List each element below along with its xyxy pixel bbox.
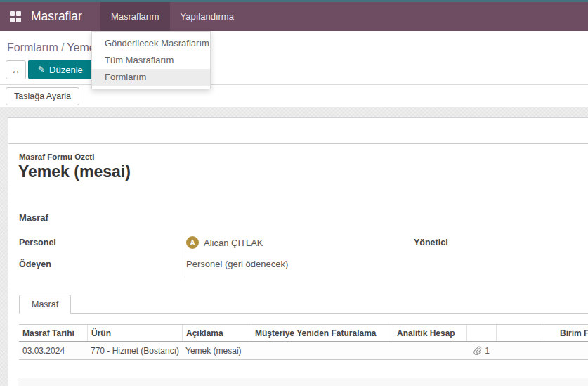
breadcrumb-link-formlarim[interactable]: Formlarım (7, 41, 58, 53)
expand-toggle-button[interactable]: ↔ (6, 60, 26, 79)
masraflarim-dropdown-menu: Gönderilecek Masraflarım Tüm Masraflarım… (91, 31, 211, 89)
pencil-icon: ✎ (38, 65, 45, 75)
form-statusbar (8, 118, 588, 144)
menu-item-formlarim[interactable]: Formlarım (92, 69, 210, 86)
form-card: Masraf Formu Özeti Yemek (mesai) Masraf … (8, 117, 588, 386)
cell-birim-fiyat (544, 342, 588, 359)
field-column-divider (185, 232, 185, 278)
apps-grid-icon (10, 11, 21, 22)
edit-button[interactable]: ✎ Düzenle (28, 60, 93, 79)
apps-menu-button[interactable] (0, 2, 31, 31)
expense-lines-table: Masraf Tarihi Ürün Açıklama Müşteriye Ye… (19, 324, 588, 360)
navbar-menu: Masraflarım Yapılandırma (100, 2, 244, 31)
cell-analitik (393, 342, 466, 359)
field-label-yonetici: Yönetici (414, 238, 448, 247)
col-header-musteriye-yeniden-faturalama[interactable]: Müşteriye Yeniden Faturalama (251, 325, 393, 341)
col-header-masraf-tarihi[interactable]: Masraf Tarihi (19, 325, 87, 341)
menu-item-gonderilecek-masraflarim[interactable]: Gönderilecek Masraflarım (92, 35, 210, 52)
form-subtitle: Masraf Formu Özeti (19, 153, 94, 161)
top-navbar: Masraflar Masraflarım Yapılandırma (0, 2, 588, 31)
group-label-masraf: Masraf (19, 212, 48, 223)
paperclip-icon (473, 346, 482, 355)
col-header-empty-2 (496, 325, 544, 341)
field-value-odeyen: Personel (geri ödenecek) (186, 259, 288, 269)
table-header-row: Masraf Tarihi Ürün Açıklama Müşteriye Ye… (19, 324, 588, 342)
cell-attachments[interactable]: 1 (466, 342, 496, 359)
personel-name: Alican ÇITLAK (204, 238, 263, 248)
tab-masraf[interactable]: Masraf (19, 295, 71, 314)
col-header-empty-1 (466, 325, 496, 341)
nav-item-yapilandirma[interactable]: Yapılandırma (170, 2, 244, 31)
field-label-personel: Personel (19, 238, 56, 247)
left-right-arrow-icon: ↔ (11, 65, 21, 76)
menu-item-tum-masraflarim[interactable]: Tüm Masraflarım (92, 52, 210, 69)
col-header-birim-fiyat[interactable]: Birim Fiyat (544, 325, 588, 341)
notebook-divider (19, 313, 588, 314)
field-label-odeyen: Ödeyen (19, 259, 51, 269)
cell-urun: 770 - Hizmet (Bostancı) (87, 342, 182, 359)
form-title: Yemek (mesai) (18, 162, 131, 181)
breadcrumb-separator: / (58, 41, 67, 53)
cell-masraf-tarihi: 03.03.2024 (19, 342, 87, 359)
col-header-aciklama[interactable]: Açıklama (182, 325, 251, 341)
col-header-urun[interactable]: Ürün (87, 325, 182, 341)
table-footer-strip (18, 378, 588, 386)
nav-item-masraflarim[interactable]: Masraflarım (100, 2, 170, 31)
avatar: A (186, 236, 199, 249)
cell-aciklama: Yemek (mesai) (182, 342, 251, 359)
field-value-personel[interactable]: A Alican ÇITLAK (186, 236, 263, 249)
edit-button-label: Düzenle (49, 65, 83, 75)
table-row[interactable]: 03.03.2024 770 - Hizmet (Bostancı) Yemek… (19, 342, 588, 360)
app-title[interactable]: Masraflar (31, 2, 100, 31)
col-header-analitik-hesap[interactable]: Analitik Hesap (393, 325, 466, 341)
set-to-draft-button[interactable]: Taslağa Ayarla (6, 87, 79, 105)
cell-reinvoice (251, 342, 393, 359)
cell-empty (496, 342, 544, 359)
attachment-count: 1 (485, 346, 490, 356)
